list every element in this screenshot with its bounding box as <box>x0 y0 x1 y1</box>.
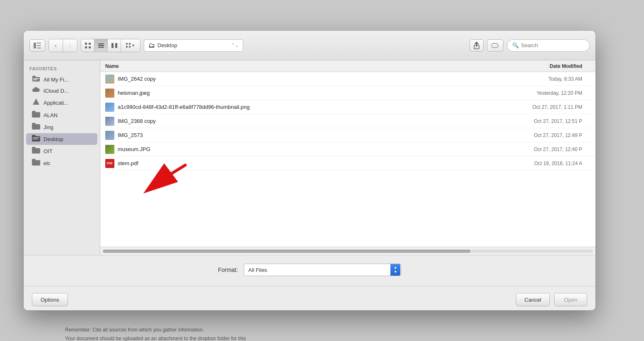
cancel-button[interactable]: Cancel <box>516 293 550 306</box>
file-date-cell: Oct 27, 2017, 1:11 PM <box>487 104 591 110</box>
sidebar-item-label-oit: OIT <box>44 148 53 154</box>
list-view-button[interactable] <box>94 39 108 52</box>
sidebar-item-icloud[interactable]: iCloud D... <box>26 85 97 96</box>
tag-button[interactable] <box>487 39 504 52</box>
file-date-cell: Oct 19, 2016, 11:24 A <box>487 161 591 166</box>
file-thumbnail <box>105 131 114 140</box>
table-row[interactable]: IMG_2368 copy Oct 27, 2017, 12:51 P <box>100 114 596 128</box>
sidebar-item-elc[interactable]: elc <box>26 157 97 169</box>
icon-view-icon <box>85 43 91 48</box>
chevron-right-icon: › <box>69 42 71 49</box>
horizontal-scrollbar[interactable] <box>100 247 596 255</box>
tag-icon <box>491 43 499 48</box>
svg-rect-30 <box>33 139 38 139</box>
background-text-2: Your document should be uploaded as an a… <box>65 334 246 341</box>
svg-rect-11 <box>111 43 114 48</box>
column-view-button[interactable] <box>108 39 121 52</box>
list-view-icon <box>98 43 104 48</box>
icon-view-button[interactable] <box>81 39 94 52</box>
svg-rect-6 <box>85 46 87 48</box>
sidebar-item-label-icloud: iCloud D... <box>44 88 69 94</box>
sidebar-item-alan[interactable]: ALAN <box>26 109 97 121</box>
sidebar-toggle-button[interactable] <box>29 39 45 52</box>
share-icon <box>474 42 479 49</box>
chevron-down-icon: ▼ <box>394 270 397 274</box>
sidebar-item-jing[interactable]: Jing <box>26 121 97 133</box>
desktop-folder-icon <box>32 135 40 143</box>
svg-rect-16 <box>129 46 131 48</box>
file-area: Name Date Modified IMG_2642 copy Today, … <box>100 60 596 255</box>
options-button[interactable]: Options <box>32 293 68 306</box>
location-bar[interactable]: 🗂 Desktop ⌃⌄ <box>144 39 243 52</box>
location-label: Desktop <box>157 42 229 48</box>
file-name-cell: PDF stem.pdf <box>105 159 487 168</box>
location-chevron-icon: ⌃⌄ <box>231 43 239 48</box>
svg-rect-18 <box>491 43 498 48</box>
format-area: Format: All Files ▲ ▼ <box>24 255 596 286</box>
file-thumbnail <box>105 117 114 126</box>
file-thumbnail <box>105 145 114 154</box>
sidebar: Favorites All My Fi... <box>24 60 100 255</box>
svg-rect-12 <box>115 43 117 48</box>
svg-rect-22 <box>33 79 37 80</box>
search-input[interactable] <box>521 42 583 48</box>
format-select[interactable]: All Files ▲ ▼ <box>244 264 401 276</box>
file-list: IMG_2642 copy Today, 8:33 AM heisman.jpe… <box>100 72 596 247</box>
toolbar: ‹ › <box>24 31 596 60</box>
column-view-icon <box>111 43 117 48</box>
file-date-cell: Oct 27, 2017, 12:49 P <box>487 132 591 138</box>
table-row[interactable]: IMG_2573 Oct 27, 2017, 12:49 P <box>100 128 596 142</box>
icloud-icon <box>32 87 40 94</box>
file-date-cell: Oct 27, 2017, 12:51 P <box>487 118 591 124</box>
svg-rect-7 <box>89 46 91 48</box>
format-select-arrow: ▲ ▼ <box>390 264 400 276</box>
background-text-1: Remember: Cite all sources from which yo… <box>65 326 246 335</box>
sidebar-item-label-desktop: Desktop <box>44 136 63 142</box>
sidebar-item-oit[interactable]: OIT <box>26 145 97 157</box>
chevron-left-icon: ‹ <box>55 42 57 49</box>
svg-rect-26 <box>32 123 36 125</box>
column-header-date: Date Modified <box>487 63 591 69</box>
sidebar-section-favorites: Favorites <box>24 65 100 74</box>
svg-rect-3 <box>37 48 41 48</box>
all-my-files-icon <box>32 76 40 83</box>
file-name-cell: museum.JPG <box>105 145 487 154</box>
table-row[interactable]: museum.JPG Oct 27, 2017, 12:40 P <box>100 142 596 156</box>
file-list-header: Name Date Modified <box>100 60 596 72</box>
svg-rect-28 <box>32 135 36 137</box>
file-thumbnail-pdf: PDF <box>105 159 114 168</box>
svg-rect-2 <box>37 45 41 46</box>
oit-folder-icon <box>32 147 40 155</box>
forward-button[interactable]: › <box>63 39 77 52</box>
nav-group: ‹ › <box>48 39 77 52</box>
svg-rect-10 <box>98 47 104 48</box>
file-thumbnail <box>105 74 114 84</box>
table-row[interactable]: PDF stem.pdf Oct 19, 2016, 11:24 A <box>100 156 596 170</box>
sidebar-item-desktop[interactable]: Desktop <box>26 133 97 145</box>
file-name-cell: IMG_2642 copy <box>105 74 487 84</box>
gallery-dropdown-icon: ▼ <box>131 43 135 48</box>
svg-rect-0 <box>34 43 36 48</box>
format-select-value: All Files <box>248 267 390 273</box>
search-box[interactable]: 🔍 <box>507 39 590 52</box>
open-button[interactable]: Open <box>554 293 587 306</box>
sidebar-item-applications[interactable]: Applicati... <box>26 96 97 109</box>
format-label: Format: <box>218 267 238 273</box>
gallery-view-button[interactable]: ▼ <box>121 39 140 52</box>
table-row[interactable]: a1c990cd-848f-43d2-81ff-e6a8f778dd96-thu… <box>100 100 596 114</box>
share-button[interactable] <box>470 39 484 52</box>
table-row[interactable]: IMG_2642 copy Today, 8:33 AM <box>100 72 596 86</box>
elc-folder-icon <box>32 159 40 167</box>
table-row[interactable]: heisman.jpeg Yesterday, 12:20 PM <box>100 86 596 100</box>
sidebar-item-label-applications: Applicati... <box>44 100 68 106</box>
file-name-cell: a1c990cd-848f-43d2-81ff-e6a8f778dd96-thu… <box>105 103 487 112</box>
svg-rect-15 <box>126 46 128 48</box>
column-header-name: Name <box>105 63 487 69</box>
back-button[interactable]: ‹ <box>49 39 63 52</box>
file-thumbnail <box>105 103 114 112</box>
sidebar-item-all-my-files[interactable]: All My Fi... <box>26 74 97 85</box>
gallery-view-icon <box>126 43 131 48</box>
file-name-cell: IMG_2368 copy <box>105 117 487 126</box>
main-area: Favorites All My Fi... <box>24 60 596 255</box>
file-date-cell: Today, 8:33 AM <box>487 76 591 82</box>
